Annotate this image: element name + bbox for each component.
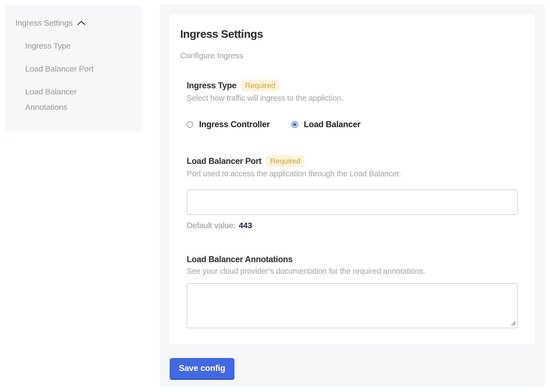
field-ingress-type: Ingress Type Required Select how traffic…: [187, 80, 518, 130]
required-badge: Required: [241, 80, 279, 92]
field-load-balancer-port: Load Balancer Port Required Port used to…: [187, 155, 518, 230]
radio-label-load-balancer: Load Balancer: [304, 119, 361, 130]
lb-port-label: Load Balancer Port: [187, 156, 261, 166]
lb-annotations-label: Load Balancer Annotations: [187, 254, 293, 265]
lb-port-help: Port used to access the application thro…: [187, 169, 518, 178]
lb-annotations-help: See your cloud provider’s documentation …: [187, 266, 518, 276]
sidebar-item-load-balancer-annotations[interactable]: Load Balancer Annotations: [25, 84, 114, 115]
radio-option-ingress-controller[interactable]: Ingress Controller: [187, 119, 270, 130]
save-config-button[interactable]: Save config: [170, 358, 234, 380]
chevron-up-icon: [77, 20, 86, 26]
sidebar-item-ingress-type[interactable]: Ingress Type: [25, 38, 114, 53]
field-load-balancer-annotations: Load Balancer Annotations See your cloud…: [187, 254, 518, 328]
radio-option-load-balancer[interactable]: Load Balancer: [291, 119, 361, 130]
lb-port-default-row: Default value: 443: [187, 221, 518, 230]
config-nav-sidebar: Ingress Settings Ingress Type Load Balan…: [5, 5, 143, 132]
lb-annotations-textarea-wrap: [187, 283, 518, 328]
sidebar-group-ingress-settings[interactable]: Ingress Settings: [15, 17, 135, 29]
ingress-settings-card: Ingress Settings Configure Ingress Ingre…: [169, 14, 535, 344]
ingress-type-help: Select how traffic will ingress to the a…: [187, 93, 518, 103]
radio-unselected-icon[interactable]: [187, 121, 193, 128]
field-sections: Ingress Type Required Select how traffic…: [187, 80, 518, 328]
ingress-type-label: Ingress Type: [187, 80, 236, 91]
default-value-number: 443: [239, 221, 252, 230]
ingress-type-heading-row: Ingress Type Required: [187, 80, 518, 92]
sidebar-group-label: Ingress Settings: [15, 17, 73, 29]
ingress-type-radio-group: Ingress Controller Load Balancer: [187, 119, 518, 130]
app-root: Ingress Settings Ingress Type Load Balan…: [0, 0, 550, 392]
load-balancer-annotations-textarea[interactable]: [187, 283, 518, 328]
page-title: Ingress Settings: [180, 28, 518, 40]
config-main-panel: Ingress Settings Configure Ingress Ingre…: [160, 4, 545, 387]
load-balancer-port-input[interactable]: [187, 190, 518, 215]
required-badge: Required: [266, 155, 304, 167]
lb-port-heading-row: Load Balancer Port Required: [187, 155, 518, 167]
radio-label-ingress-controller: Ingress Controller: [199, 119, 270, 130]
lb-annotations-heading-row: Load Balancer Annotations: [187, 254, 518, 265]
page-subtitle: Configure Ingress: [180, 51, 518, 60]
default-value-label: Default value:: [187, 221, 236, 230]
radio-selected-icon[interactable]: [291, 121, 298, 128]
sidebar-item-load-balancer-port[interactable]: Load Balancer Port: [25, 61, 114, 76]
sidebar-item-list: Ingress Type Load Balancer Port Load Bal…: [25, 38, 135, 115]
